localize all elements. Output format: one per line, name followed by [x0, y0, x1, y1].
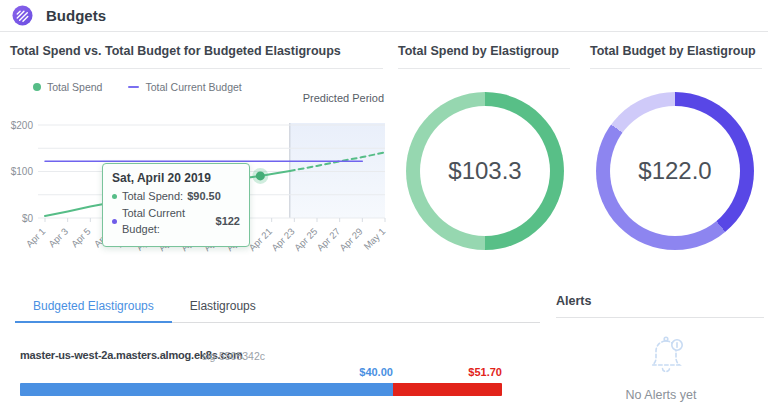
bar-labels: $40.00 $51.70 — [20, 366, 502, 378]
x-tick-label: May 1 — [361, 226, 387, 252]
line-chart-title: Total Spend vs. Total Budget for Budgete… — [10, 44, 383, 69]
tooltip-row-spend: Total Spend: $90.50 — [112, 188, 240, 205]
elastigroup-tabs: Budgeted Elastigroups Elastigroups — [15, 294, 540, 323]
x-tick-label: Apr 5 — [69, 226, 93, 250]
tab-budgeted-elastigroups[interactable]: Budgeted Elastigroups — [15, 294, 172, 323]
total-budget-donut-chart[interactable]: $122.0 — [596, 92, 754, 250]
x-tick-label: Apr 23 — [269, 226, 297, 254]
x-tick-label: Apr 27 — [315, 226, 343, 254]
tab-elastigroups[interactable]: Elastigroups — [172, 294, 274, 323]
tooltip-label: Total Spend: — [122, 188, 183, 205]
tooltip-date: Sat, April 20 2019 — [112, 171, 240, 185]
budget-donut-title: Total Budget by Elastigroup — [590, 44, 762, 69]
y-tick-label: $200 — [11, 120, 34, 131]
bell-icon — [645, 334, 689, 382]
predicted-region — [290, 123, 385, 218]
tooltip-dot-icon — [112, 194, 117, 199]
x-tick-label: Apr 1 — [24, 226, 48, 250]
total-spend-donut-chart[interactable]: $103.3 — [406, 92, 564, 250]
tooltip-value: $90.50 — [187, 188, 221, 205]
no-alerts-text: No Alerts yet — [556, 388, 766, 402]
tooltip-row-budget: Total Current Budget: $122 — [112, 205, 240, 238]
y-tick-label: $100 — [11, 166, 34, 177]
app-header: Budgets — [0, 0, 768, 32]
tooltip-label: Total Current Budget: — [122, 205, 212, 238]
x-tick-label: Apr 25 — [292, 226, 320, 254]
budget-bar-segment — [20, 383, 393, 396]
spend-amount-label: $51.70 — [393, 366, 502, 378]
legend-dot-icon — [33, 83, 41, 91]
spend-donut-title: Total Spend by Elastigroup — [398, 44, 570, 69]
total-budget-value: $122.0 — [638, 157, 711, 185]
tooltip-dot-icon — [112, 219, 117, 224]
alerts-title: Alerts — [556, 294, 764, 318]
legend-line-icon — [128, 86, 139, 88]
y-tick-label: $0 — [22, 213, 34, 224]
x-tick-label: Apr 21 — [247, 226, 275, 254]
spend-progress-bar[interactable] — [20, 383, 502, 396]
spotinst-logo-icon — [12, 5, 33, 26]
total-spend-value: $103.3 — [448, 157, 521, 185]
tooltip-value: $122 — [216, 213, 240, 230]
spend-marker[interactable] — [256, 171, 265, 180]
elastigroup-id: sig-5505342c — [202, 350, 265, 362]
page-title: Budgets — [46, 7, 106, 24]
overspend-bar-segment — [393, 383, 502, 396]
x-tick-label: Apr 3 — [46, 226, 70, 250]
chart-tooltip: Sat, April 20 2019 Total Spend: $90.50 T… — [102, 163, 250, 247]
budget-amount-label: $40.00 — [20, 366, 393, 378]
x-tick-label: Apr 29 — [337, 226, 365, 254]
